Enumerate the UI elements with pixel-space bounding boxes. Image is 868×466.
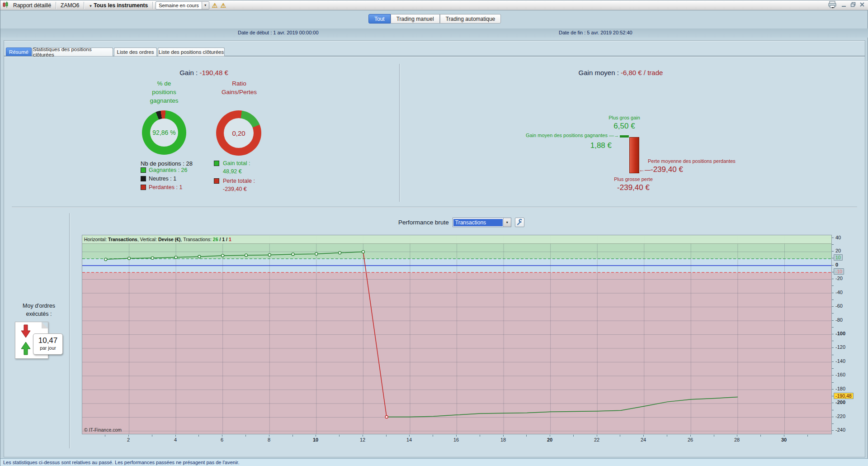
performance-select[interactable]: Transactions ▼: [453, 218, 511, 227]
biggest-loss-label: Plus grosse perte: [604, 176, 663, 182]
y-axis-tick: [832, 320, 834, 321]
data-point-marker: [222, 254, 224, 257]
avg-loss-label: Perte moyenne des positions perdantes: [648, 158, 736, 164]
gain-value: -190,48 €: [199, 69, 228, 76]
period-select-value: Semaine en cours: [156, 3, 202, 8]
x-axis-tick: [503, 435, 504, 437]
y-axis-label: 20: [835, 248, 841, 253]
y-axis-tick: [832, 244, 834, 245]
biggest-gain-label: Plus gros gain: [588, 115, 660, 120]
x-axis-tick: [807, 435, 808, 437]
chart-header: Horizontal: Transactions, Vertical: Devi…: [82, 235, 831, 244]
y-axis-label: -40: [835, 290, 843, 295]
y-axis-tick: [832, 341, 834, 341]
x-axis-tick: [198, 435, 199, 437]
total-gain-value: 48,92 €: [223, 168, 242, 175]
minimize-button[interactable]: [841, 2, 847, 9]
total-loss-label: Perte totale :: [223, 178, 255, 184]
x-axis-tick: [152, 435, 152, 437]
wrench-icon: [516, 218, 523, 227]
y-axis-tick: [832, 285, 834, 286]
period-select[interactable]: Semaine en cours ▼: [156, 1, 209, 10]
legend-swatch-winners: [141, 167, 146, 173]
mode-tab-all[interactable]: Tout: [368, 14, 391, 24]
orders-per-day-box: 10,47 par jour: [33, 333, 63, 355]
avg-win-bar: [620, 135, 629, 138]
report-title-button[interactable]: Rapport détaillé: [11, 2, 53, 9]
x-axis-tick: [480, 435, 480, 437]
x-axis-tick: [128, 435, 129, 437]
y-axis-label: -220: [835, 414, 845, 419]
ratio-title: RatioGains/Pertes: [208, 79, 271, 96]
section-divider: [12, 207, 857, 207]
tab-orders-list[interactable]: Liste des ordres: [114, 48, 157, 56]
close-button[interactable]: [859, 2, 865, 9]
data-point-marker: [128, 257, 131, 260]
y-axis-tick: [832, 382, 834, 383]
average-gain-value: -6,80 € / trade: [621, 69, 663, 76]
y-axis-tick: [832, 251, 834, 252]
mode-tab-automatic[interactable]: Trading automatique: [440, 14, 501, 24]
x-axis[interactable]: 24681012141618202224262830: [82, 435, 832, 445]
x-axis-label: 22: [590, 437, 604, 442]
arrow-down-icon: [20, 324, 31, 341]
y-axis-tick: [832, 293, 834, 293]
tab-closed-positions-stats[interactable]: Statistiques des positions clôturées: [33, 48, 113, 56]
biggest-gain-value: 6,50 €: [588, 122, 660, 131]
y-axis-tick: [832, 375, 834, 376]
print-button[interactable]: [828, 1, 838, 10]
end-date-label: Date de fin : 5 avr. 2019 20:52:40: [559, 30, 632, 35]
x-axis-tick: [784, 435, 784, 437]
data-point-marker: [245, 254, 247, 257]
x-axis-tick: [386, 435, 387, 437]
mode-tab-manual[interactable]: Trading manuel: [391, 14, 440, 24]
chart-settings-button[interactable]: [515, 218, 524, 227]
warning-icon[interactable]: ⚠: [212, 2, 218, 9]
positions-count-label: Nb de positions : 28: [141, 160, 193, 167]
x-axis-tick: [433, 435, 433, 437]
y-axis-tick: [832, 361, 834, 362]
y-axis-label: 0: [835, 262, 838, 267]
y-axis-label: 40: [835, 235, 841, 240]
equity-curve-plot[interactable]: [82, 235, 831, 434]
x-axis-tick: [409, 435, 410, 437]
y-axis[interactable]: 40200-20-40-60-80-100-120-140-160-180-20…: [832, 235, 864, 437]
data-point-marker: [339, 252, 341, 254]
y-axis-label: -180: [835, 386, 845, 391]
winrate-value: 92,86 %: [152, 129, 175, 136]
y-axis-tick: [832, 238, 834, 238]
legend-swatch-losers: [141, 185, 146, 190]
instrument-tab[interactable]: ZAMO6: [59, 2, 81, 9]
y-axis-label: -160: [835, 372, 845, 377]
y-axis-tick: [832, 430, 834, 431]
x-axis-tick: [292, 435, 293, 437]
average-gain-label: Gain moyen :: [579, 69, 619, 76]
data-point-marker: [315, 252, 318, 255]
page-fold: [42, 322, 48, 328]
chevron-down-icon[interactable]: ▼: [503, 218, 511, 227]
restore-button[interactable]: [850, 2, 856, 9]
winrate-donut-chart: 92,86 %: [142, 110, 186, 155]
y-axis-tick: [832, 327, 834, 328]
performance-chart[interactable]: Horizontal: Transactions, Vertical: Devi…: [82, 235, 832, 434]
data-point-marker: [268, 253, 271, 256]
all-instruments-dropdown[interactable]: ▼Tous les instruments: [87, 2, 150, 9]
chevron-down-icon[interactable]: ▼: [202, 2, 209, 9]
chart-left-divider: [69, 213, 70, 448]
x-axis-tick: [339, 435, 340, 437]
tab-resume[interactable]: Résumé: [6, 48, 32, 56]
performance-select-value: Transactions: [453, 219, 503, 226]
x-axis-tick: [620, 435, 620, 437]
legend-neutral-label: Neutres : 1: [149, 176, 176, 182]
y-axis-tick: [832, 347, 834, 348]
x-axis-label: 6: [215, 437, 229, 442]
tab-closed-positions-list[interactable]: Liste des positions clôturées: [158, 48, 225, 56]
ratio-value: 0,20: [232, 129, 245, 137]
warning-icon[interactable]: ⚠: [220, 2, 226, 9]
y-axis-tick: [832, 403, 834, 403]
avg-loss-value: ←—-239,40 €: [639, 165, 683, 174]
y-axis-value-marker: 10: [834, 254, 843, 261]
y-axis-tick: [832, 313, 834, 314]
y-axis-value-marker: -190,48: [834, 393, 854, 399]
mode-tab-bar: Tout Trading manuel Trading automatique: [368, 14, 501, 24]
